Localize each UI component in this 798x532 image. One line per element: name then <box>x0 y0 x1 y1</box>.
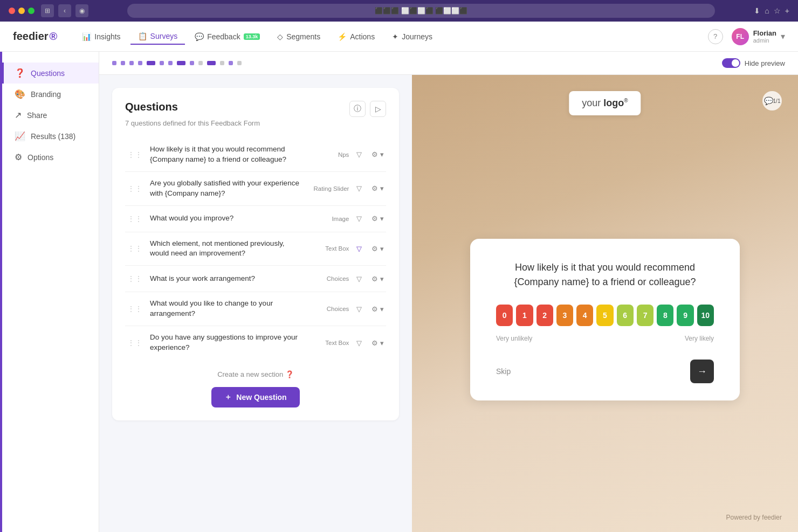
nps-btn-2[interactable]: 2 <box>536 305 553 326</box>
filter-btn-3[interactable]: ▽ <box>354 212 364 225</box>
question-type-5: Choices <box>306 275 349 282</box>
table-row: ⋮⋮ What would you like to change to your… <box>125 292 386 326</box>
nav-journeys[interactable]: ✦ Journeys <box>384 29 440 44</box>
table-row: ⋮⋮ How likely is it that you would recom… <box>125 138 386 172</box>
step-13[interactable] <box>229 61 233 65</box>
next-button[interactable]: → <box>690 360 714 383</box>
filter-btn-2[interactable]: ▽ <box>354 182 364 195</box>
preview-logo-box: your logo® <box>569 91 641 115</box>
nav-surveys[interactable]: 📋 Surveys <box>130 29 185 45</box>
drag-handle-4[interactable]: ⋮⋮ <box>125 242 145 255</box>
filter-btn-1[interactable]: ▽ <box>354 148 364 161</box>
nav-insights[interactable]: 📊 Insights <box>74 29 128 44</box>
questions-header: Questions ⓘ ▷ <box>125 101 386 117</box>
preview-card: How likely is it that you would recommen… <box>470 239 740 400</box>
settings-btn-5[interactable]: ⚙ ▾ <box>369 273 386 285</box>
help-button[interactable]: ? <box>708 29 723 44</box>
step-8[interactable] <box>177 61 185 65</box>
download-icon[interactable]: ⬇ <box>754 6 760 15</box>
nps-btn-4[interactable]: 4 <box>576 305 593 326</box>
settings-btn-7[interactable]: ⚙ ▾ <box>369 337 386 349</box>
sidebar-item-options[interactable]: ⚙ Options <box>2 147 99 168</box>
question-type-3: Image <box>306 216 349 222</box>
steps-bar: Hide preview <box>99 52 798 75</box>
share-sidebar-icon: ↗ <box>15 110 22 120</box>
settings-btn-4[interactable]: ⚙ ▾ <box>369 243 386 255</box>
nps-btn-8[interactable]: 8 <box>657 305 673 326</box>
step-6[interactable] <box>160 61 164 65</box>
filter-btn-7[interactable]: ▽ <box>354 337 364 349</box>
nps-btn-9[interactable]: 9 <box>677 305 693 326</box>
nps-btn-1[interactable]: 1 <box>516 305 533 326</box>
back-btn[interactable]: ‹ <box>58 4 71 17</box>
step-4[interactable] <box>138 61 142 65</box>
home-icon[interactable]: ⌂ <box>765 6 769 15</box>
preview-toggle[interactable] <box>722 58 740 68</box>
user-info: Florian admin <box>753 29 776 44</box>
filter-btn-5[interactable]: ▽ <box>354 273 364 285</box>
hide-preview-button[interactable]: Hide preview <box>722 58 785 68</box>
step-14[interactable] <box>237 61 242 65</box>
drag-handle-3[interactable]: ⋮⋮ <box>125 212 145 225</box>
insights-icon: 📊 <box>82 32 91 41</box>
minimize-traffic-light[interactable] <box>18 8 25 14</box>
step-1[interactable] <box>112 61 116 65</box>
questions-list: ⋮⋮ How likely is it that you would recom… <box>125 138 386 360</box>
step-7[interactable] <box>168 61 173 65</box>
options-sidebar-icon: ⚙ <box>15 152 22 162</box>
sidebar-item-questions[interactable]: ❓ Questions <box>2 63 99 84</box>
question-text-3: What would you improve? <box>150 213 300 224</box>
app-logo: feedier® <box>13 30 57 43</box>
drag-handle-6[interactable]: ⋮⋮ <box>125 302 145 315</box>
info-button[interactable]: ⓘ <box>349 101 366 117</box>
sidebar-item-branding[interactable]: 🎨 Branding <box>2 84 99 105</box>
nps-btn-7[interactable]: 7 <box>637 305 653 326</box>
nav-actions[interactable]: ⚡ Actions <box>330 29 382 44</box>
nps-btn-0[interactable]: 0 <box>496 305 513 326</box>
settings-btn-1[interactable]: ⚙ ▾ <box>369 148 386 161</box>
step-2[interactable] <box>121 61 125 65</box>
step-3[interactable] <box>129 61 134 65</box>
step-9[interactable] <box>190 61 194 65</box>
new-tab-icon[interactable]: + <box>785 6 789 15</box>
address-bar[interactable]: ⬛⬛⬛ ⬜⬛⬜⬛ ⬛⬜⬜⬛ <box>127 4 715 18</box>
filter-btn-4[interactable]: ▽ <box>354 243 364 255</box>
nps-btn-10[interactable]: 10 <box>697 305 714 326</box>
user-dropdown-icon[interactable]: ▾ <box>781 31 785 42</box>
skip-button[interactable]: Skip <box>496 367 511 376</box>
main-nav: 📊 Insights 📋 Surveys 💬 Feedback 13.3k ◇ … <box>74 29 690 45</box>
questions-sidebar-icon: ❓ <box>15 68 25 78</box>
nps-scale: 012345678910 <box>496 305 714 326</box>
nps-btn-3[interactable]: 3 <box>556 305 573 326</box>
bookmark-icon[interactable]: ☆ <box>774 6 781 15</box>
nav-segments[interactable]: ◇ Segments <box>270 29 328 44</box>
settings-btn-3[interactable]: ⚙ ▾ <box>369 212 386 225</box>
sidebar-item-results[interactable]: 📈 Results (138) <box>2 126 99 147</box>
preview-footer: Skip → <box>496 360 714 383</box>
content-area: Hide preview Questions ⓘ ▷ 7 questions d… <box>99 52 798 532</box>
window-toggle-btn[interactable]: ⊞ <box>41 4 54 17</box>
filter-btn-6[interactable]: ▽ <box>354 303 364 315</box>
questions-subtitle: 7 questions defined for this Feedback Fo… <box>125 119 386 127</box>
video-button[interactable]: ▷ <box>370 101 386 117</box>
question-type-4: Text Box <box>306 245 349 252</box>
nps-btn-6[interactable]: 6 <box>617 305 634 326</box>
browser-icon-btn[interactable]: ◉ <box>75 4 88 17</box>
step-12[interactable] <box>220 61 224 65</box>
new-question-button[interactable]: ＋ New Question <box>211 387 299 407</box>
step-10[interactable] <box>198 61 203 65</box>
drag-handle-1[interactable]: ⋮⋮ <box>125 148 145 161</box>
nps-btn-5[interactable]: 5 <box>596 305 613 326</box>
maximize-traffic-light[interactable] <box>28 8 35 14</box>
drag-handle-7[interactable]: ⋮⋮ <box>125 336 145 349</box>
close-traffic-light[interactable] <box>9 8 15 14</box>
settings-btn-6[interactable]: ⚙ ▾ <box>369 303 386 315</box>
drag-handle-2[interactable]: ⋮⋮ <box>125 182 145 195</box>
drag-handle-5[interactable]: ⋮⋮ <box>125 272 145 285</box>
settings-btn-2[interactable]: ⚙ ▾ <box>369 182 386 195</box>
step-11[interactable] <box>207 61 216 65</box>
sidebar-item-share[interactable]: ↗ Share <box>2 105 99 126</box>
step-5[interactable] <box>147 61 155 65</box>
main-layout: ❓ Questions 🎨 Branding ↗ Share 📈 Results… <box>0 52 798 532</box>
nav-feedback[interactable]: 💬 Feedback 13.3k <box>187 29 267 44</box>
